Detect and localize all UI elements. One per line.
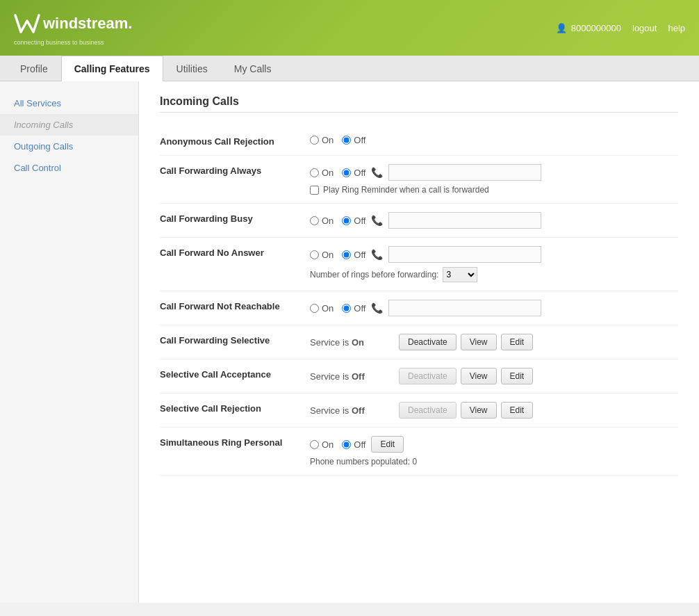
logout-link[interactable]: logout — [632, 23, 657, 33]
btn-group-scr: Deactivate View Edit — [399, 402, 533, 419]
feature-name-selective-call-acceptance: Selective Call Acceptance — [160, 368, 299, 380]
phone-icon-cfb: 📞 — [371, 215, 383, 226]
help-link[interactable]: help — [668, 23, 685, 33]
service-status-scr: Service is Off — [310, 405, 393, 416]
feature-row-anonymous-call-rejection: Anonymous Call Rejection On Off — [160, 127, 678, 156]
phone-icon-cfna: 📞 — [371, 249, 383, 260]
edit-button-scr[interactable]: Edit — [501, 402, 534, 419]
sidebar-item-call-control[interactable]: Call Control — [0, 157, 138, 179]
feature-row-call-forwarding-busy: Call Forwarding Busy On Off 📞 — [160, 204, 678, 238]
user-icon: 👤 — [556, 23, 567, 33]
content-area: Incoming Calls Anonymous Call Rejection … — [139, 81, 699, 603]
phone-input-cfa[interactable] — [388, 164, 541, 181]
radio-cfnr-on[interactable]: On — [310, 303, 334, 314]
edit-button-srp[interactable]: Edit — [371, 436, 404, 453]
radio-group-cfa: On Off — [310, 168, 365, 178]
phone-input-cfna[interactable] — [388, 246, 541, 263]
logo-name: windstream. — [43, 15, 132, 33]
logo: windstream. — [14, 10, 132, 38]
radio-group-cfb: On Off — [310, 216, 365, 226]
sidebar-item-outgoing-calls[interactable]: Outgoing Calls — [0, 136, 138, 157]
edit-button-sca[interactable]: Edit — [501, 368, 534, 384]
w-logo-icon — [14, 10, 40, 38]
cfb-inline: On Off 📞 — [310, 212, 678, 229]
radio-anon-on[interactable]: On — [310, 135, 334, 145]
radio-cfnr-off[interactable]: Off — [342, 303, 365, 314]
feature-row-call-forwarding-selective: Call Forwarding Selective Service is On … — [160, 325, 678, 359]
btn-group-cfs: Deactivate View Edit — [399, 334, 533, 350]
feature-row-call-forward-not-reachable: Call Forward Not Reachable On Off 📞 — [160, 291, 678, 325]
tab-my-calls[interactable]: My Calls — [221, 56, 285, 81]
tab-calling-features[interactable]: Calling Features — [61, 56, 163, 81]
ring-reminder-row: Play Ring Reminder when a call is forwar… — [310, 185, 678, 195]
header: windstream. connecting business to busin… — [0, 0, 699, 56]
radio-group-cfnr: On Off — [310, 303, 365, 314]
feature-control-anonymous-call-rejection: On Off — [310, 135, 678, 145]
sca-inline: Service is Off Deactivate View Edit — [310, 368, 678, 384]
feature-control-simultaneous-ring-personal: On Off Edit Phone numbers populated: 0 — [310, 436, 678, 467]
cfa-inline: On Off 📞 — [310, 164, 678, 181]
main-container: All Services Incoming Calls Outgoing Cal… — [0, 81, 699, 603]
view-button-sca[interactable]: View — [461, 368, 497, 384]
phone-input-cfb[interactable] — [388, 212, 541, 229]
feature-name-call-forwarding-always: Call Forwarding Always — [160, 164, 299, 176]
service-prefix-sca: Service is — [310, 371, 352, 382]
view-button-scr[interactable]: View — [461, 402, 497, 419]
logo-tagline: connecting business to business — [14, 39, 104, 46]
tab-utilities[interactable]: Utilities — [163, 56, 221, 81]
edit-button-cfs[interactable]: Edit — [501, 334, 534, 350]
deactivate-button-cfs[interactable]: Deactivate — [399, 334, 457, 350]
sidebar-item-incoming-calls: Incoming Calls — [0, 114, 138, 136]
radio-srp-on[interactable]: On — [310, 439, 334, 450]
feature-name-call-forward-not-reachable: Call Forward Not Reachable — [160, 300, 299, 311]
service-status-value-sca: Off — [352, 371, 365, 382]
nav-tabs: Profile Calling Features Utilities My Ca… — [0, 56, 699, 81]
feature-control-call-forwarding-selective: Service is On Deactivate View Edit — [310, 334, 678, 350]
page-title: Incoming Calls — [160, 95, 678, 113]
phone-icon-cfnr: 📞 — [371, 302, 383, 314]
radio-cfna-on[interactable]: On — [310, 250, 334, 260]
service-status-sca: Service is Off — [310, 371, 393, 382]
tab-profile[interactable]: Profile — [7, 56, 61, 81]
feature-row-simultaneous-ring-personal: Simultaneous Ring Personal On Off Edit P… — [160, 428, 678, 476]
radio-srp-off[interactable]: Off — [342, 439, 365, 450]
radio-group-cfna: On Off — [310, 250, 365, 260]
phone-icon-cfa: 📞 — [371, 167, 383, 178]
radio-cfna-off[interactable]: Off — [342, 250, 365, 260]
feature-row-call-forward-no-answer: Call Forward No Answer On Off 📞 — [160, 238, 678, 291]
rings-select[interactable]: 1 2 3 4 5 — [443, 267, 477, 282]
feature-name-selective-call-rejection: Selective Call Rejection — [160, 402, 299, 414]
phone-count-label: Phone numbers populated: 0 — [310, 457, 678, 467]
btn-group-sca: Deactivate View Edit — [399, 368, 533, 384]
deactivate-button-sca[interactable]: Deactivate — [399, 368, 457, 384]
feature-row-call-forwarding-always: Call Forwarding Always On Off 📞 — [160, 156, 678, 204]
radio-cfb-on[interactable]: On — [310, 216, 334, 226]
radio-group-srp: On Off — [310, 439, 365, 450]
feature-name-call-forward-no-answer: Call Forward No Answer — [160, 246, 299, 258]
logo-area: windstream. connecting business to busin… — [14, 10, 132, 46]
user-number: 8000000000 — [571, 23, 621, 33]
service-prefix-scr: Service is — [310, 405, 352, 416]
srp-inline: On Off Edit — [310, 436, 678, 453]
ring-reminder-checkbox[interactable] — [310, 186, 319, 195]
deactivate-button-scr[interactable]: Deactivate — [399, 402, 457, 419]
feature-control-selective-call-acceptance: Service is Off Deactivate View Edit — [310, 368, 678, 384]
header-right: 👤 8000000000 logout help — [556, 23, 685, 33]
phone-input-cfnr[interactable] — [388, 300, 541, 316]
radio-cfa-on[interactable]: On — [310, 168, 334, 178]
feature-name-call-forwarding-busy: Call Forwarding Busy — [160, 212, 299, 224]
sidebar-item-all-services[interactable]: All Services — [0, 92, 138, 114]
radio-group-anon: On Off — [310, 135, 678, 145]
cfs-inline: Service is On Deactivate View Edit — [310, 334, 678, 350]
cfnr-inline: On Off 📞 — [310, 300, 678, 316]
feature-control-call-forwarding-busy: On Off 📞 — [310, 212, 678, 229]
feature-name-call-forwarding-selective: Call Forwarding Selective — [160, 334, 299, 346]
view-button-cfs[interactable]: View — [461, 334, 497, 350]
service-status-cfs: Service is On — [310, 337, 393, 348]
radio-cfb-off[interactable]: Off — [342, 216, 365, 226]
radio-anon-off[interactable]: Off — [342, 135, 365, 145]
header-user: 👤 8000000000 — [556, 23, 621, 33]
radio-cfa-off[interactable]: Off — [342, 168, 365, 178]
sidebar: All Services Incoming Calls Outgoing Cal… — [0, 81, 139, 603]
feature-control-selective-call-rejection: Service is Off Deactivate View Edit — [310, 402, 678, 419]
